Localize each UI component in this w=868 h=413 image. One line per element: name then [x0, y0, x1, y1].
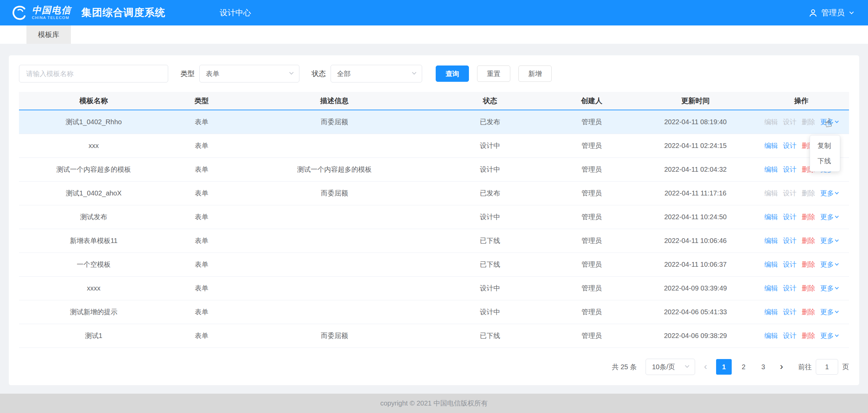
page-button-3[interactable]: 3	[755, 359, 771, 375]
delete-link[interactable]: 删除	[802, 331, 815, 340]
table-row[interactable]: 测试发布 表单 设计中 管理员 2022-04-11 10:24:50 编辑 设…	[19, 205, 849, 229]
menu-item-offline[interactable]: 下线	[810, 153, 840, 169]
more-dropdown-menu: 复制 下线	[810, 135, 840, 172]
table-row[interactable]: 测试1 表单 而委屈额 已下线 管理员 2022-04-06 09:38:29 …	[19, 324, 849, 348]
cell-status: 设计中	[434, 141, 546, 150]
design-link[interactable]: 设计	[783, 260, 796, 269]
design-link[interactable]: 设计	[783, 165, 796, 174]
cell-creator: 管理员	[546, 212, 637, 222]
table-row[interactable]: 测试新增的提示 表单 设计中 管理员 2022-04-06 05:41:33 编…	[19, 300, 849, 324]
edit-link[interactable]: 编辑	[764, 212, 778, 222]
user-menu[interactable]: 管理员	[808, 7, 853, 18]
table-row[interactable]: xxxx 表单 设计中 管理员 2022-04-09 03:39:49 编辑 设…	[19, 277, 849, 300]
chevron-down-icon	[849, 10, 854, 14]
design-link[interactable]: 设计	[783, 331, 796, 340]
more-link[interactable]: 更多	[820, 331, 838, 340]
table-row[interactable]: 测试1_0402_Rhho 表单 而委屈额 已发布 管理员 2022-04-11…	[19, 110, 849, 134]
design-link[interactable]: 设计	[783, 117, 796, 127]
table-row[interactable]: 新增表单模板11 表单 已下线 管理员 2022-04-11 10:06:46 …	[19, 229, 849, 253]
chevron-down-icon	[685, 363, 689, 368]
delete-link[interactable]: 删除	[802, 284, 815, 293]
more-link[interactable]: 更多	[820, 236, 838, 245]
edit-link[interactable]: 编辑	[764, 165, 778, 174]
delete-link[interactable]: 删除	[802, 236, 815, 245]
table-body: 测试1_0402_Rhho 表单 而委屈额 已发布 管理员 2022-04-11…	[19, 110, 849, 348]
more-link[interactable]: 更多	[820, 284, 838, 293]
delete-link[interactable]: 删除	[802, 117, 815, 127]
more-link-label: 更多	[820, 213, 834, 221]
template-name-input[interactable]	[19, 65, 168, 82]
cell-type: 表单	[169, 260, 235, 269]
type-select[interactable]: 表单	[199, 65, 299, 82]
delete-link[interactable]: 删除	[802, 260, 815, 269]
more-link[interactable]: 更多	[820, 189, 838, 198]
cell-creator: 管理员	[546, 189, 637, 198]
edit-link[interactable]: 编辑	[764, 189, 778, 198]
table-row[interactable]: 一个空模板 表单 已下线 管理员 2022-04-11 10:06:37 编辑 …	[19, 253, 849, 277]
cell-creator: 管理员	[546, 331, 637, 340]
design-link[interactable]: 设计	[783, 141, 796, 150]
nav-design-center[interactable]: 设计中心	[220, 7, 251, 18]
brand-cn: 中国电信	[32, 5, 71, 15]
design-link[interactable]: 设计	[783, 212, 796, 222]
cell-type: 表单	[169, 307, 235, 317]
copyright-text: copyright © 2021 中国电信版权所有	[380, 399, 488, 408]
cell-type: 表单	[169, 331, 235, 340]
delete-link[interactable]: 删除	[802, 307, 815, 317]
design-link[interactable]: 设计	[783, 284, 796, 293]
type-filter-label: 类型	[180, 69, 195, 78]
page-button-2[interactable]: 2	[736, 359, 751, 375]
chevron-down-icon	[835, 262, 839, 265]
edit-link[interactable]: 编辑	[764, 141, 778, 150]
reset-button[interactable]: 重置	[477, 65, 510, 82]
query-button[interactable]: 查询	[436, 65, 469, 82]
cell-status: 已下线	[434, 260, 546, 269]
cell-updated-time: 2022-04-11 02:04:32	[637, 166, 754, 173]
more-link[interactable]: 更多	[820, 260, 838, 269]
status-select[interactable]: 全部	[331, 65, 422, 82]
tab-template-library[interactable]: 模板库	[26, 25, 71, 44]
cell-template-name: 测试1	[19, 331, 169, 340]
edit-link[interactable]: 编辑	[764, 307, 778, 317]
page-size-select[interactable]: 10条/页	[646, 359, 695, 375]
design-link[interactable]: 设计	[783, 236, 796, 245]
edit-link[interactable]: 编辑	[764, 117, 778, 127]
cell-updated-time: 2022-04-06 05:41:33	[637, 308, 754, 316]
edit-link[interactable]: 编辑	[764, 284, 778, 293]
add-button[interactable]: 新增	[518, 65, 552, 82]
delete-link[interactable]: 删除	[802, 212, 815, 222]
edit-link[interactable]: 编辑	[764, 331, 778, 340]
more-link[interactable]: 更多	[820, 212, 838, 222]
delete-link[interactable]: 删除	[802, 189, 815, 198]
page-button-1[interactable]: 1	[716, 359, 732, 375]
cell-status: 已下线	[434, 236, 546, 245]
cell-description: 而委屈额	[235, 189, 434, 198]
chevron-down-icon	[835, 214, 839, 218]
goto-page-input[interactable]	[816, 359, 838, 375]
table-row[interactable]: xxx 表单 设计中 管理员 2022-04-11 02:24:15 编辑 设计…	[19, 134, 849, 158]
edit-link[interactable]: 编辑	[764, 260, 778, 269]
next-page-button[interactable]: ›	[775, 359, 788, 375]
more-link[interactable]: 更多	[820, 307, 838, 317]
type-select-value: 表单	[206, 69, 219, 78]
brand-text: 中国电信 CHINA TELECOM	[32, 5, 71, 20]
col-header-status: 状态	[434, 96, 546, 106]
more-link-label: 更多	[820, 308, 834, 316]
edit-link[interactable]: 编辑	[764, 236, 778, 245]
cell-template-name: 新增表单模板11	[19, 236, 169, 245]
menu-item-copy[interactable]: 复制	[810, 138, 840, 153]
cell-actions: 编辑 设计 删除 更多	[753, 260, 849, 269]
design-link[interactable]: 设计	[783, 307, 796, 317]
system-title: 集团综合调度系统	[81, 6, 165, 20]
table-row[interactable]: 测试一个内容超多的模板 表单 测试一个内容超多的模板 设计中 管理员 2022-…	[19, 158, 849, 182]
table-row[interactable]: 测试1_0402_ahoX 表单 而委屈额 已发布 管理员 2022-04-11…	[19, 182, 849, 205]
cell-creator: 管理员	[546, 165, 637, 174]
prev-page-button[interactable]: ‹	[699, 359, 712, 375]
cell-status: 设计中	[434, 307, 546, 317]
cell-template-name: 测试1_0402_ahoX	[19, 189, 169, 198]
cell-template-name: 测试新增的提示	[19, 307, 169, 317]
china-telecom-logo: 中国电信 CHINA TELECOM	[0, 5, 80, 21]
cell-status: 已下线	[434, 331, 546, 340]
app-header: 中国电信 CHINA TELECOM 集团综合调度系统 设计中心 管理员	[0, 0, 868, 25]
design-link[interactable]: 设计	[783, 189, 796, 198]
